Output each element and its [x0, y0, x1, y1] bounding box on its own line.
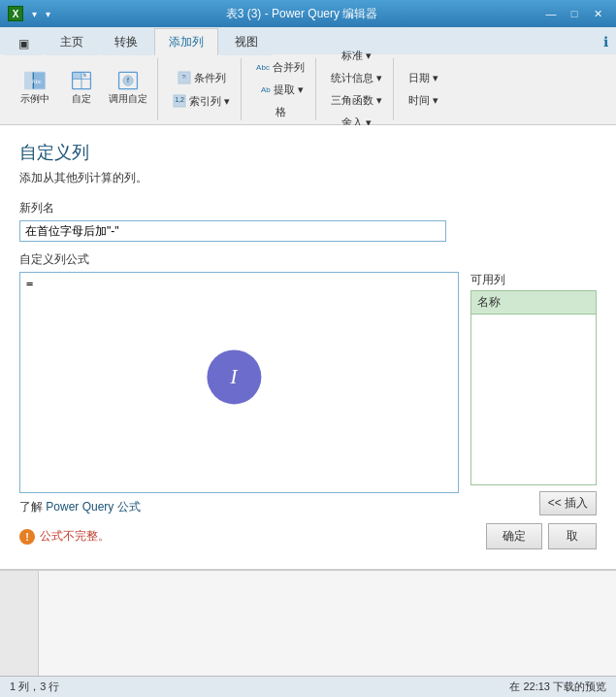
svg-text:f: f	[127, 77, 129, 83]
svg-text:fx: fx	[82, 72, 86, 78]
tab-addcol[interactable]: 添加列	[154, 28, 218, 55]
btn-conditional-col[interactable]: ?: 条件列	[173, 68, 231, 88]
preview-pane	[0, 569, 616, 676]
window-title: 表3 (3) - Power Query 编辑器	[63, 6, 540, 22]
index-col-icon: 1,2	[173, 94, 186, 108]
btn-invoke-custom[interactable]: f 调用自定	[107, 60, 149, 115]
btn-example-label: 示例中	[20, 92, 49, 106]
available-cols-list[interactable]	[470, 315, 597, 485]
quick-btn-2[interactable]: ▾	[43, 8, 53, 20]
btn-index-col[interactable]: 1,2 索引列 ▾	[168, 91, 235, 112]
btn-trig[interactable]: 三角函数 ▾	[326, 90, 387, 111]
invoke-custom-icon: f	[116, 69, 140, 92]
dialog-subtitle: 添加从其他列计算的列。	[19, 170, 597, 186]
ok-button[interactable]: 确定	[486, 523, 542, 549]
btn-format[interactable]: 格	[271, 102, 291, 122]
close-button[interactable]: ✕	[587, 5, 608, 22]
formula-label: 自定义列公式	[19, 251, 597, 268]
power-query-formula-link[interactable]: Power Query 公式	[46, 500, 140, 514]
quick-access-toolbar: ▾ ▾	[29, 8, 53, 20]
btn-standard[interactable]: 标准 ▾	[337, 46, 376, 66]
conditional-col-icon: ?:	[178, 71, 191, 84]
btn-merge-cols[interactable]: Abc 合并列	[251, 57, 309, 78]
svg-text:?:: ?:	[181, 74, 186, 80]
formula-textarea[interactable]: =|	[20, 273, 458, 492]
minimize-button[interactable]: —	[540, 5, 562, 22]
custom-col-icon: fx	[70, 69, 93, 92]
svg-rect-5	[73, 72, 81, 79]
example-col-icon: Abc	[23, 69, 47, 92]
btn-extract[interactable]: Abc 提取 ▾	[252, 80, 308, 100]
formula-area: =| 了解 Power Query 公式 可用列 名称 << 插入	[19, 272, 597, 515]
svg-text:Abc: Abc	[261, 85, 271, 94]
merge-cols-icon: Abc	[256, 60, 270, 74]
btn-invoke-label: 调用自定	[109, 92, 147, 106]
error-text: 公式不完整。	[40, 528, 110, 545]
ribbon: ▣ 主页 转换 添加列 视图 ℹ Abc 示例中	[0, 27, 616, 125]
btn-date[interactable]: 日期 ▾	[404, 68, 443, 88]
formula-textarea-wrapper: =|	[19, 272, 459, 493]
tab-transform[interactable]: 转换	[100, 28, 152, 55]
dialog-title: 自定义列	[19, 141, 597, 164]
learn-link-row: 了解 Power Query 公式	[19, 499, 459, 515]
new-col-label: 新列名	[19, 200, 597, 216]
ribbon-group-datetime: 日期 ▾ 时间 ▾	[398, 58, 449, 120]
window-controls: — □ ✕	[540, 5, 608, 22]
ribbon-group-general: Abc 示例中 fx 自定	[6, 58, 158, 120]
maximize-button[interactable]: □	[564, 5, 585, 22]
dialog-buttons: 确定 取	[486, 523, 597, 549]
ribbon-group-number: 标准 ▾ 统计信息 ▾ 三角函数 ▾ 舍入 ▾	[320, 58, 394, 120]
formula-left-panel: =| 了解 Power Query 公式	[19, 272, 459, 515]
btn-custom-col[interactable]: fx 自定	[60, 60, 103, 115]
ribbon-content: Abc 示例中 fx 自定	[0, 54, 616, 124]
available-cols-label: 可用列	[470, 272, 597, 288]
dialog-status-bar: ! 公式不完整。 确定 取	[19, 515, 597, 553]
cancel-button[interactable]: 取	[548, 523, 597, 549]
tab-home[interactable]: 主页	[46, 28, 98, 55]
svg-text:Abc: Abc	[256, 63, 270, 72]
status-right: 在 22:13 下载的预览	[509, 680, 606, 694]
extract-icon: Abc	[257, 83, 271, 96]
error-icon: !	[19, 529, 35, 545]
available-cols-header: 名称	[470, 290, 597, 315]
quick-btn-1[interactable]: ▾	[29, 8, 40, 20]
svg-text:1,2: 1,2	[175, 96, 184, 103]
formula-right-panel: 可用列 名称 << 插入	[470, 272, 597, 515]
new-col-input[interactable]	[19, 220, 446, 242]
btn-example-col[interactable]: Abc 示例中	[14, 60, 56, 115]
ribbon-tab-bar: ▣ 主页 转换 添加列 视图 ℹ	[0, 27, 616, 54]
tab-file[interactable]: ▣	[4, 31, 44, 55]
btn-custom-label: 自定	[72, 92, 91, 106]
app-icon: X	[8, 6, 23, 21]
dialog-content: 自定义列 添加从其他列计算的列。 新列名 自定义列公式 =| 了解 Power …	[0, 125, 616, 569]
title-bar: X ▾ ▾ 表3 (3) - Power Query 编辑器 — □ ✕	[0, 0, 616, 27]
preview-main	[39, 571, 616, 676]
svg-text:Abc: Abc	[32, 79, 42, 84]
preview-sidebar	[0, 571, 39, 676]
status-left: 1 列，3 行	[10, 680, 59, 694]
status-bar: 1 列，3 行 在 22:13 下载的预览	[0, 676, 616, 697]
help-icon[interactable]: ℹ	[596, 29, 616, 54]
btn-time[interactable]: 时间 ▾	[404, 90, 443, 111]
error-message: ! 公式不完整。	[19, 528, 110, 545]
ribbon-group-text: Abc 合并列 Abc 提取 ▾ 格	[245, 58, 316, 120]
ribbon-group-conditional: ?: 条件列 1,2 索引列 ▾	[162, 58, 242, 120]
btn-statistics[interactable]: 统计信息 ▾	[326, 68, 387, 88]
insert-button[interactable]: << 插入	[539, 491, 597, 515]
ribbon-group-general-row: Abc 示例中 fx 自定	[14, 60, 149, 115]
tab-view[interactable]: 视图	[220, 28, 273, 55]
